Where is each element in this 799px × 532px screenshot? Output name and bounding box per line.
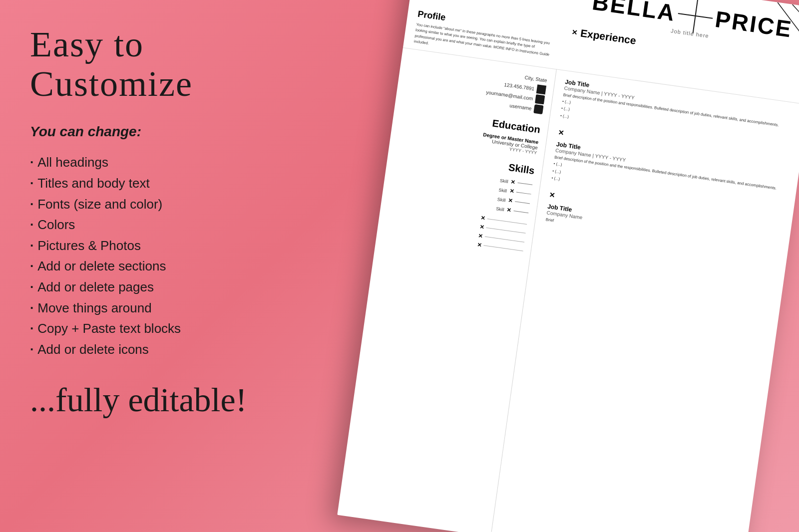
list-item: Add or delete sections (30, 256, 255, 277)
list-item: Move things around (30, 298, 255, 319)
list-item: Add or delete icons (30, 339, 255, 360)
skill-name-4: Skill (496, 206, 505, 212)
contact-username: username (509, 102, 532, 111)
phone-icon (536, 84, 546, 94)
left-panel: Easy to Customize You can change: All he… (0, 0, 280, 446)
name-bella: BELLA (591, 0, 678, 26)
list-item: Fonts (size and color) (30, 194, 255, 215)
x-mark-icon: ✕ (506, 207, 512, 214)
main-title: Easy to Customize (30, 25, 255, 104)
main-container: Easy to Customize You can change: All he… (0, 0, 799, 532)
you-can-change-label: You can change: (30, 124, 255, 140)
exp-company-3: Company Name (546, 210, 782, 249)
contact-section: City, State 123.456.7891 yourname@mail.c… (406, 57, 548, 115)
experience-label: Experience (580, 27, 637, 46)
skill-name-1: Skill (500, 178, 509, 184)
x-mark-icon: ✕ (509, 188, 514, 195)
feature-list: All headings Titles and body text Fonts … (30, 152, 255, 360)
education-section: Education Degree or Master Name Universi… (400, 105, 541, 156)
fully-editable-label: ...fully editable! (30, 380, 255, 421)
list-item: Add or delete pages (30, 277, 255, 298)
list-item: Colors (30, 215, 255, 236)
x-mark-icon: ✕ (571, 28, 578, 37)
resume-body: City, State 123.456.7891 yourname@mail.c… (337, 48, 799, 532)
svg-line-0 (771, 2, 799, 53)
skills-section: Skills Skill ✕ Skill ✕ Skill ✕ (387, 146, 535, 255)
list-item: Pictures & Photos (30, 236, 255, 257)
x-separator-icon-2: ✕ (549, 191, 556, 200)
list-item: All headings (30, 152, 255, 173)
decorative-lines-icon (727, 0, 799, 53)
linkedin-icon (533, 104, 543, 114)
list-item: Titles and body text (30, 173, 255, 194)
x-mark-icon: ✕ (510, 179, 516, 186)
experience-header: ✕ Experience (571, 26, 637, 47)
skill-name-2: Skill (498, 187, 507, 193)
resume-page: Profile You can include "about me" in th… (337, 0, 799, 532)
email-icon (535, 94, 545, 104)
x-separator-icon: ✕ (557, 128, 564, 138)
list-item: Copy + Paste text blocks (30, 318, 255, 339)
skill-name-3: Skill (497, 197, 506, 203)
x-mark-icon: ✕ (507, 197, 513, 204)
cross-divider (676, 0, 715, 36)
